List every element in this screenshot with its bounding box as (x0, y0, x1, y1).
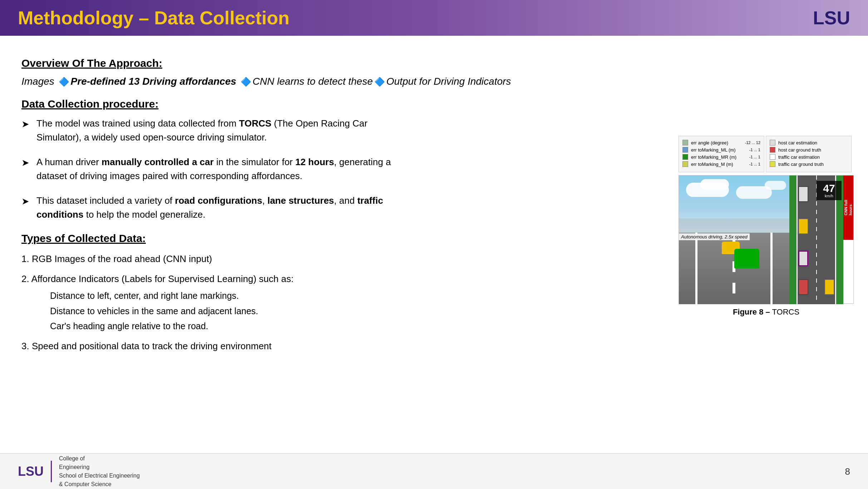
td-car-5 (824, 279, 834, 295)
legend-row-6: host car ground truth (770, 147, 848, 153)
driving-camera-view: Autonomous driving, 2.5x speed (679, 176, 789, 304)
grandstand (679, 218, 789, 233)
legend-container: err angle (degree) -12 ... 12 err toMark… (679, 136, 854, 174)
arrow-icon-3: 🔷 (374, 77, 385, 87)
lsu-logo-header: LSU (813, 7, 850, 29)
sky (679, 176, 789, 233)
approach-prefix: Images (21, 76, 54, 87)
footer-college: College of Engineering (59, 454, 140, 471)
bullet-3: ➤ This dataset included a variety of roa… (21, 194, 415, 222)
footer-school-info: College of Engineering School of Electri… (59, 454, 140, 489)
figure-caption: Figure 8 – TORCS (679, 307, 854, 317)
cloud-2 (700, 179, 729, 190)
legend-swatch-1 (682, 140, 688, 145)
legend-row-3: err toMarking_MR (m) -1 ... 1 (682, 154, 760, 160)
footer-page-number: 8 (845, 466, 850, 477)
bullet-3-text: This dataset included a variety of road … (36, 194, 415, 222)
legend-label-4: err toMarking_M (m) (691, 162, 733, 167)
footer-divider (51, 461, 52, 482)
left-lane-marking (695, 233, 697, 304)
arrow-icon-2: 🔷 (241, 77, 251, 87)
legend-row-2: err toMarking_ML (m) -1 ... 1 (682, 147, 760, 153)
bullet-2: ➤ A human driver manually controlled a c… (21, 155, 415, 183)
autonomous-label: Autonomous driving, 2.5x speed (679, 233, 750, 240)
td-car-host (798, 251, 808, 266)
legend-row-7: traffic car estimation (770, 154, 848, 160)
step2-text: CNN learns to detect these (253, 76, 373, 87)
footer: LSU College of Engineering School of Ele… (0, 453, 868, 489)
sub-item-3: Car's heading angle relative to the road… (50, 318, 847, 334)
legend-swatch-5 (770, 140, 775, 145)
td-car-4 (798, 279, 808, 295)
header: Methodology – Data Collection LSU (0, 0, 868, 36)
overview-heading: Overview Of The Approach: (21, 57, 847, 69)
legend-swatch-4 (682, 161, 688, 167)
arrow-icon-1: 🔷 (59, 77, 69, 87)
step3-text: Output for Driving Indicators (386, 76, 511, 87)
green-car (734, 249, 759, 268)
legend-label-5: host car estimation (778, 140, 817, 145)
speed-widget: 47 km/h (817, 181, 842, 200)
legend-row-8: traffic car ground truth (770, 161, 848, 167)
footer-school2: & Computer Science (59, 480, 140, 489)
legend-row-4: err toMarking_M (m) -1 ... 1 (682, 161, 760, 167)
bullet-arrow-2: ➤ (21, 156, 29, 170)
type-item-3: 3. Speed and positional data to track th… (21, 338, 847, 354)
footer-lsu-logo: LSU (18, 464, 44, 479)
data-collection-heading: Data Collection procedure: (21, 98, 847, 110)
bullet-arrow-1: ➤ (21, 117, 29, 131)
footer-school1: School of Electrical Engineering (59, 471, 140, 480)
td-car-2 (798, 218, 808, 234)
legend-range-4: -1 ... 1 (749, 162, 760, 166)
bullet-2-text: A human driver manually controlled a car… (36, 155, 415, 183)
legend-swatch-6 (770, 147, 775, 153)
simulation-view: Autonomous driving, 2.5x speed CNN fullh… (679, 175, 854, 304)
legend-swatch-3 (682, 154, 688, 160)
figure-name: TORCS (772, 307, 800, 316)
slide-title: Methodology – Data Collection (18, 7, 290, 29)
legend-label-2: err toMarking_ML (m) (691, 147, 735, 153)
left-legend: err angle (degree) -12 ... 12 err toMark… (679, 136, 764, 172)
cnn-label-bar: CNN fullhours (843, 176, 853, 240)
td-left-line (797, 176, 798, 304)
bullet-arrow-3: ➤ (21, 194, 29, 208)
cloud-4 (765, 181, 786, 190)
bullet-1-text: The model was trained using data collect… (36, 117, 415, 144)
bullet-1: ➤ The model was trained using data colle… (21, 117, 415, 144)
cnn-label-text: CNN fullhours (844, 200, 853, 215)
legend-label-6: host car ground truth (778, 147, 821, 153)
speed-unit: km/h (818, 194, 840, 198)
step1-text: Pre-defined 13 Driving affordances (71, 76, 236, 87)
footer-left: LSU College of Engineering School of Ele… (18, 454, 140, 489)
figure-area: err angle (degree) -12 ... 12 err toMark… (679, 136, 854, 317)
approach-line: Images 🔷Pre-defined 13 Driving affordanc… (21, 76, 847, 87)
legend-label-8: traffic car ground truth (778, 162, 824, 167)
legend-row-1: err angle (degree) -12 ... 12 (682, 140, 760, 145)
legend-label-1: err angle (degree) (691, 140, 728, 145)
speed-number: 47 (818, 183, 840, 194)
legend-swatch-2 (682, 147, 688, 153)
legend-row-5: host car estimation (770, 140, 848, 145)
figure-label: Figure 8 – (733, 307, 770, 316)
legend-range-2: -1 ... 1 (749, 148, 760, 152)
green-field: 47 km/h (789, 176, 843, 304)
right-lane-marking (770, 233, 773, 304)
td-car-1 (798, 186, 808, 202)
legend-label-7: traffic car estimation (778, 154, 820, 160)
topdown-view: CNN fullhours (789, 176, 853, 304)
legend-label-3: err toMarking_MR (m) (691, 154, 736, 160)
legend-swatch-8 (770, 161, 775, 167)
legend-range-1: -12 ... 12 (745, 140, 760, 145)
legend-range-3: -1 ... 1 (749, 155, 760, 159)
legend-swatch-7 (770, 154, 775, 160)
right-legend: host car estimation host car ground trut… (766, 136, 852, 172)
